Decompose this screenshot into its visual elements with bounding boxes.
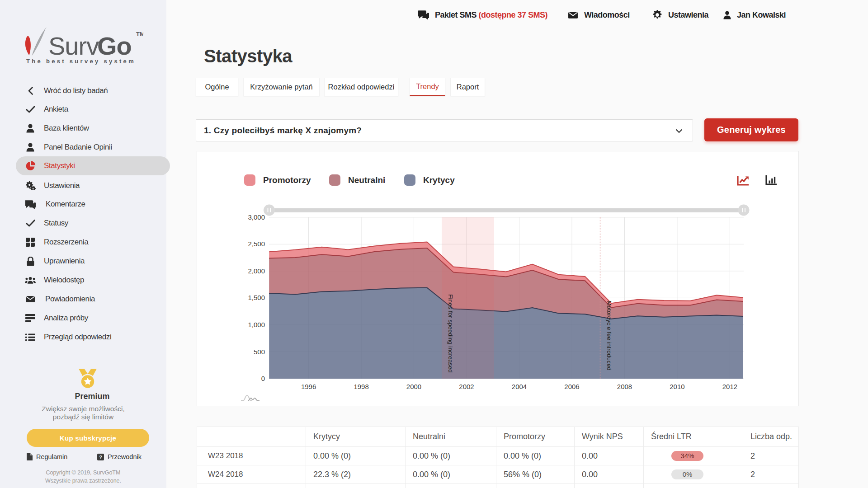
svg-text:2000: 2000 <box>406 383 421 390</box>
svg-text:1996: 1996 <box>301 383 316 390</box>
svg-text:Motorcycle fee introduced: Motorcycle fee introduced <box>606 300 613 371</box>
svg-text:2,500: 2,500 <box>248 240 265 248</box>
svg-text:2006: 2006 <box>564 383 579 390</box>
svg-text:2,000: 2,000 <box>248 267 265 275</box>
svg-text:0: 0 <box>261 375 265 382</box>
svg-text:TM: TM <box>136 31 143 38</box>
svg-text:1998: 1998 <box>354 383 368 390</box>
svg-text:500: 500 <box>254 348 265 356</box>
svg-text:3,000: 3,000 <box>248 213 265 221</box>
svg-text:Go: Go <box>97 32 132 60</box>
svg-text:Fines for speeding increased: Fines for speeding increased <box>447 294 454 372</box>
svg-text:1,000: 1,000 <box>248 321 265 328</box>
svg-text:The best survey system: The best survey system <box>26 58 136 65</box>
svg-text:2010: 2010 <box>670 383 684 390</box>
svg-text:Surv: Surv <box>48 32 99 60</box>
svg-text:2004: 2004 <box>512 383 527 390</box>
svg-text:?: ? <box>99 454 102 460</box>
svg-text:2008: 2008 <box>617 383 632 390</box>
svg-text:1,500: 1,500 <box>248 294 265 301</box>
svg-text:2012: 2012 <box>722 383 737 390</box>
svg-text:2002: 2002 <box>459 383 474 390</box>
